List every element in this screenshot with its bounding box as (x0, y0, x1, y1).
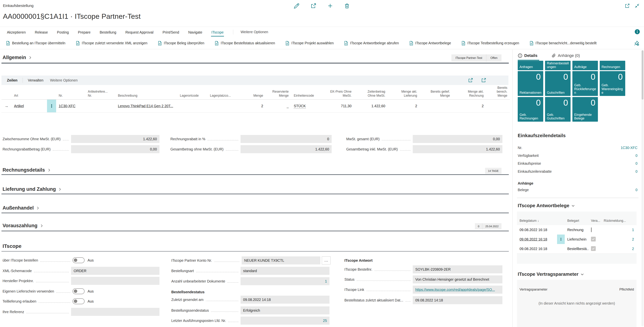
tile-geb-rechnungen[interactable]: 0Geb. Rechnungen (518, 97, 543, 122)
letzter-ausfuehrungsposten-value[interactable]: 25 (240, 316, 330, 325)
itscope-link-value[interactable]: https://www.itscope.com/red/app#deals/pa… (413, 286, 502, 294)
row-menu-icon[interactable]: ⋮ (557, 234, 565, 244)
add-icon[interactable] (327, 3, 333, 9)
col-zeilenbetrag[interactable]: Zeilenbetrag Ohne MwSt. (354, 90, 388, 99)
zuletzt-gesendet-value[interactable]: 09.08.2022 14:18 (240, 296, 330, 304)
nr-link[interactable]: 1C30-XFC (621, 146, 638, 150)
action-antwortbelege-abrufen[interactable]: ITscope Antwortbelege abrufen (344, 41, 399, 46)
antwortbelege-row-bestellbestaetigung[interactable]: 09.08.2022 16:18 Bestellbestä... 2 (517, 244, 636, 254)
edit-icon[interactable] (294, 3, 300, 9)
col-belegdatum[interactable]: Belegdatum ↓ (517, 217, 557, 225)
einkaufszeilenrabatte-link[interactable]: 0 (636, 169, 638, 174)
cell-menge-akt-lieferung[interactable]: 2 (388, 100, 420, 112)
tile-eingehende-belege[interactable]: 0Eingehende Belege (572, 97, 598, 122)
verfuegbarkeit-link[interactable]: 0 (636, 154, 638, 158)
mwst-gesamt-value[interactable]: 0,00 (413, 135, 502, 143)
col-pflichtfeld[interactable]: Pflichtfeld (620, 287, 634, 291)
ueber-itscope-bestellen-toggle[interactable] (72, 257, 84, 263)
tile-rahmenbestellungen[interactable]: Rahmenbestellungen (545, 61, 570, 70)
menu-item-release[interactable]: Release (34, 28, 48, 37)
col-bereits-berechnet[interactable]: Bereits berech. Menge (486, 86, 510, 99)
col-rueckmeldung[interactable]: Rückmeldung... (601, 217, 636, 225)
action-beleg-ueberpruefen[interactable]: ITscope Beleg überprüfen (157, 41, 204, 46)
tile-geb-ruecklieferungen[interactable]: 0Geb. Rücklieferungen (572, 71, 598, 96)
tile-rechnungen[interactable]: Rechnungen (600, 61, 625, 70)
cell-zeilenbetrag[interactable]: 1.422,60 (354, 100, 388, 112)
partner-konto-nr-input[interactable]: NEUER KUNDE TX9CTL (242, 256, 320, 264)
col-einheitencode[interactable]: Einheitencode (291, 94, 328, 99)
action-bestellstatus-aktualisieren[interactable]: ITscope Bestellstatus aktualisieren (214, 41, 275, 46)
cell-ek-preis[interactable]: 711,30 (328, 100, 354, 112)
action-projekt-auswaehlen[interactable]: ITscope Projekt auswählen (285, 41, 334, 46)
anzahl-dokumente-value[interactable]: 1 (240, 277, 330, 285)
action-benachrichtigen-anderweitig-bestellt[interactable]: ITscope benachricht...derweitig bestellt (529, 41, 596, 46)
hersteller-projektnr-input[interactable] (71, 277, 160, 285)
status-badge[interactable]: Offen (486, 54, 502, 62)
rechnungsrabatt-prozent-value[interactable]: 0 (240, 135, 332, 143)
tile-gutschriften[interactable]: 0Gutschriften (545, 71, 570, 96)
open-new-window-icon[interactable] (625, 3, 630, 9)
rueckmeldung-count[interactable]: 2 (601, 244, 636, 253)
lines-manage[interactable]: Verwalten (28, 78, 44, 82)
gesamtbetrag-ohne-mwst-value[interactable]: 1.422,60 (240, 145, 332, 153)
tile-geb-gutschriften[interactable]: 0Geb. Gutschriften (545, 97, 570, 122)
col-lagerplatzcode[interactable]: Lagerplatzco... (208, 94, 236, 99)
tile-anfragen[interactable]: Anfragen (518, 61, 543, 70)
col-art[interactable]: Art (12, 94, 47, 99)
einkaufspreise-link[interactable]: 0 (636, 161, 638, 166)
open-new-window-icon[interactable] (481, 78, 486, 83)
col-belegart[interactable]: Belegart (565, 217, 588, 225)
cell-einheitencode[interactable]: STÜCK (291, 100, 328, 112)
menu-item-posting[interactable]: Posting (57, 28, 69, 37)
col-menge-akt-rechnung[interactable]: Menge akt. Rechnung (452, 90, 486, 99)
verarbeitet-checkbox[interactable] (591, 237, 596, 241)
tab-anhaenge[interactable]: Anhänge (0) (552, 53, 580, 58)
fasttab-vorauszahlung[interactable]: Vorauszahlung (2, 223, 43, 228)
fasttab-itscope[interactable]: ITscope (2, 243, 22, 249)
cell-menge[interactable]: 2 (236, 100, 266, 112)
xml-schemacode-input[interactable]: ORDER (71, 267, 160, 275)
bestellstatus-aktualisiert-value[interactable]: 09.08.2022 14:18 (413, 296, 502, 304)
col-reservierte-menge[interactable]: Reservierte Menge (266, 90, 291, 99)
action-xml-anzeigen[interactable]: ITscope zuletzt versendete XML anzeigen (75, 41, 148, 46)
action-bestellung-uebermitteln[interactable]: Bestellung an ITscope übermitteln (6, 41, 66, 46)
rueckmeldung-count[interactable]: 1 (601, 225, 636, 234)
row-menu-icon[interactable]: ⋮ (47, 100, 56, 112)
bestellungssendestatus-value[interactable]: Erfolgreich (240, 306, 330, 314)
antwortbelege-heading[interactable]: ITscope Antwortbelege (518, 203, 575, 208)
gesamtbetrag-inkl-mwst-value[interactable]: 1.422,60 (413, 145, 502, 153)
fasttab-aussenhandel[interactable]: Außenhandel (2, 205, 40, 211)
zahlungsbedingung-badge[interactable]: 14 TAGE (485, 168, 502, 174)
cell-art[interactable]: Artikel (12, 100, 47, 112)
partner-konto-lookup-button[interactable]: … (322, 256, 330, 264)
col-vertragsparameter[interactable]: Vertragsparameter (520, 287, 548, 291)
cell-lagerortcode[interactable] (177, 100, 208, 112)
col-bereits-geliefert[interactable]: Bereits gelief. Menge (420, 90, 452, 99)
cell-artikelreferenz[interactable] (85, 100, 115, 112)
ihre-referenz-input[interactable] (71, 308, 160, 316)
cell-menge-akt-rechnung[interactable]: 2 (452, 100, 486, 112)
cell-bereits-berechnet[interactable] (486, 100, 510, 112)
verarbeitet-checkbox[interactable] (591, 227, 592, 232)
col-verarbeitet[interactable]: Vera... (588, 217, 601, 225)
action-antwortbelege[interactable]: ITscope Antwortbelege (409, 41, 451, 46)
share-icon[interactable] (310, 3, 316, 9)
cell-bereits-geliefert[interactable] (420, 100, 452, 112)
menu-item-prepare[interactable]: Prepare (78, 28, 91, 37)
col-nr[interactable]: Nr. (56, 94, 85, 99)
teillieferung-erlauben-toggle[interactable] (72, 298, 84, 304)
tile-auftraege[interactable]: Aufträge (572, 61, 598, 70)
antwortbelege-row-lieferschein[interactable]: 09.08.2022 16:18 ⋮ Lieferschein 2 (517, 234, 636, 244)
action-testbestellung-erzeugen[interactable]: ITscope Testbestellung erzeugen (461, 41, 519, 46)
tile-reklamationen[interactable]: 0Reklamationen (518, 71, 543, 96)
antwortbelege-row-rechnung[interactable]: 09.08.2022 16:18 Rechnung 1 (517, 225, 636, 235)
scrollbar-thumb[interactable] (642, 50, 644, 100)
cell-nr[interactable]: 1C30-XFC (56, 100, 85, 112)
eigenen-lieferschein-toggle[interactable] (72, 288, 84, 294)
lines-more-options[interactable]: Weitere Optionen (50, 78, 78, 82)
vertragsparameter-heading[interactable]: ITscope Vertragsparameter (518, 271, 584, 277)
menu-item-akzeptieren[interactable]: Akzeptieren (6, 28, 26, 37)
menu-item-itscope[interactable]: ITscope (211, 28, 224, 37)
rueckmeldung-count[interactable]: 2 (601, 234, 636, 244)
info-badge-icon[interactable] (634, 29, 640, 35)
